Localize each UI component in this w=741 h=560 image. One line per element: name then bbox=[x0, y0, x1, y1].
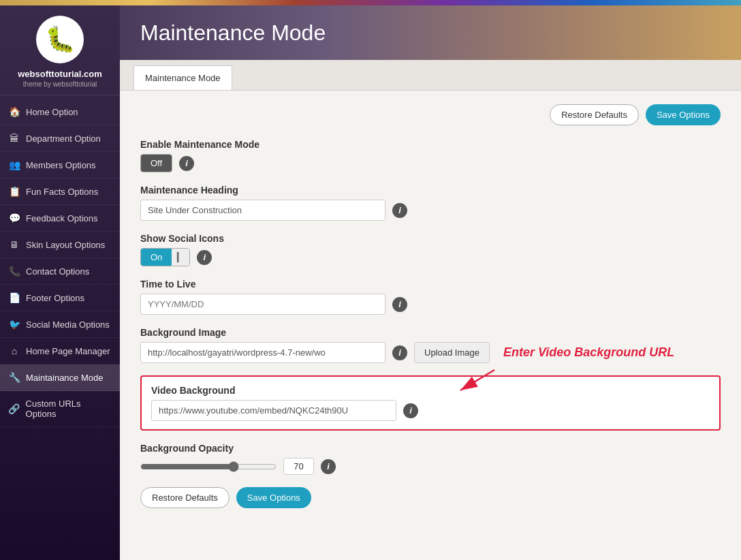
tab-maintenance-mode[interactable]: Maintenance Mode bbox=[133, 65, 232, 90]
maintenance-heading-input[interactable] bbox=[140, 200, 385, 221]
restore-defaults-button-top[interactable]: Restore Defaults bbox=[550, 104, 639, 125]
sidebar-logo-area: 🐛 websofttoturial.com theme by websoftto… bbox=[0, 5, 120, 95]
sidebar-icon-department-option: 🏛 bbox=[8, 133, 20, 144]
top-bar bbox=[0, 0, 741, 5]
background-image-row: i Upload Image Enter Video Background UR… bbox=[140, 342, 721, 363]
sidebar-label-feedback-options: Feedback Options bbox=[26, 213, 98, 223]
save-options-button-bottom[interactable]: Save Options bbox=[236, 487, 311, 508]
maintenance-heading-row: i bbox=[140, 200, 721, 221]
sidebar-icon-members-options: 👥 bbox=[8, 159, 20, 170]
sidebar-label-skin-layout-options: Skin Layout Options bbox=[26, 240, 105, 250]
time-to-live-label: Time to Live bbox=[140, 279, 721, 290]
maintenance-mode-toggle[interactable]: Off bbox=[140, 154, 172, 172]
enable-maintenance-mode-label: Enable Maintenance Mode bbox=[140, 139, 721, 150]
sidebar-icon-feedback-options: 💬 bbox=[8, 213, 20, 223]
sidebar-label-custom-urls-options: Custom URLs Options bbox=[26, 399, 112, 419]
main-content: Maintenance Mode Maintenance Mode Restor… bbox=[120, 5, 741, 560]
sidebar-label-home-option: Home Option bbox=[26, 107, 78, 117]
show-social-icons-section: Show Social Icons On ▎ i bbox=[140, 233, 721, 266]
enable-maintenance-mode-section: Enable Maintenance Mode Off i bbox=[140, 139, 721, 172]
svg-line-1 bbox=[460, 370, 494, 390]
show-social-icons-label: Show Social Icons bbox=[140, 233, 721, 244]
maintenance-heading-info-icon[interactable]: i bbox=[392, 203, 407, 218]
annotation-label: Enter Video Background URL bbox=[503, 345, 674, 360]
sidebar-label-contact-options: Contact Options bbox=[26, 266, 89, 277]
sidebar-icon-footer-options: 📄 bbox=[8, 292, 20, 303]
background-opacity-section: Background Opacity 70 i bbox=[140, 443, 721, 475]
time-to-live-section: Time to Live i bbox=[140, 279, 721, 315]
restore-defaults-button-bottom[interactable]: Restore Defaults bbox=[140, 487, 230, 508]
video-background-info-icon[interactable]: i bbox=[403, 403, 418, 418]
toggle-slider[interactable]: ▎ bbox=[172, 249, 189, 266]
maintenance-heading-label: Maintenance Heading bbox=[140, 185, 721, 196]
tab-bar: Maintenance Mode bbox=[120, 60, 741, 91]
social-icons-info-icon[interactable]: i bbox=[197, 250, 212, 265]
annotation-arrow bbox=[447, 363, 501, 397]
background-opacity-label: Background Opacity bbox=[140, 443, 721, 454]
sidebar-nav: 🏠Home Option🏛Department Option👥Members O… bbox=[0, 95, 120, 560]
sidebar-icon-social-media-options: 🐦 bbox=[8, 319, 20, 330]
site-theme: theme by websofttoturial bbox=[23, 80, 97, 88]
video-background-label: Video Background bbox=[151, 385, 710, 396]
video-background-section: Video Background i bbox=[140, 375, 721, 431]
sidebar-item-home-option[interactable]: 🏠Home Option bbox=[0, 99, 120, 125]
time-to-live-info-icon[interactable]: i bbox=[392, 297, 407, 312]
background-image-label: Background Image bbox=[140, 327, 721, 338]
background-image-input[interactable] bbox=[140, 342, 385, 363]
enable-maintenance-mode-row: Off i bbox=[140, 154, 721, 172]
sidebar-item-fun-facts-options[interactable]: 📋Fun Facts Options bbox=[0, 178, 120, 205]
toggle-on-label[interactable]: On bbox=[141, 249, 172, 266]
sidebar-icon-contact-options: 📞 bbox=[8, 266, 20, 277]
background-opacity-slider[interactable] bbox=[140, 461, 277, 472]
sidebar-label-members-options: Members Options bbox=[26, 160, 96, 170]
sidebar-label-footer-options: Footer Options bbox=[26, 293, 84, 303]
sidebar-icon-custom-urls-options: 🔗 bbox=[8, 403, 20, 414]
sidebar: 🐛 websofttoturial.com theme by websoftto… bbox=[0, 5, 120, 560]
form-area: Restore Defaults Save Options Enable Mai… bbox=[120, 91, 741, 560]
maintenance-mode-info-icon[interactable]: i bbox=[179, 156, 194, 171]
time-to-live-input[interactable] bbox=[140, 294, 385, 315]
background-image-section: Background Image i Upload Image Enter Vi… bbox=[140, 327, 721, 363]
video-background-row: i bbox=[151, 400, 710, 421]
sidebar-icon-home-page-manager: ⌂ bbox=[8, 345, 20, 356]
background-opacity-info-icon[interactable]: i bbox=[321, 459, 336, 474]
sidebar-item-social-media-options[interactable]: 🐦Social Media Options bbox=[0, 311, 120, 338]
page-title: Maintenance Mode bbox=[140, 20, 326, 46]
sidebar-item-footer-options[interactable]: 📄Footer Options bbox=[0, 285, 120, 311]
sidebar-item-department-option[interactable]: 🏛Department Option bbox=[0, 125, 120, 152]
show-social-icons-row: On ▎ i bbox=[140, 248, 721, 266]
maintenance-heading-section: Maintenance Heading i bbox=[140, 185, 721, 221]
sidebar-icon-fun-facts-options: 📋 bbox=[8, 186, 20, 197]
sidebar-label-social-media-options: Social Media Options bbox=[26, 320, 110, 330]
sidebar-item-custom-urls-options[interactable]: 🔗Custom URLs Options bbox=[0, 391, 120, 427]
toggle-off-label[interactable]: Off bbox=[141, 155, 172, 172]
save-options-button-top[interactable]: Save Options bbox=[646, 104, 721, 125]
sidebar-item-contact-options[interactable]: 📞Contact Options bbox=[0, 258, 120, 285]
video-background-input[interactable] bbox=[151, 400, 396, 421]
sidebar-label-fun-facts-options: Fun Facts Options bbox=[26, 187, 98, 197]
sidebar-item-members-options[interactable]: 👥Members Options bbox=[0, 152, 120, 178]
sidebar-label-maintainance-mode: Maintainance Mode bbox=[26, 373, 103, 383]
main-header: Maintenance Mode bbox=[120, 5, 741, 60]
background-opacity-row: 70 i bbox=[140, 458, 721, 475]
background-opacity-value: 70 bbox=[283, 458, 314, 475]
sidebar-icon-home-option: 🏠 bbox=[8, 106, 20, 117]
upload-image-button[interactable]: Upload Image bbox=[414, 342, 490, 363]
top-actions: Restore Defaults Save Options bbox=[140, 104, 721, 125]
social-icons-toggle[interactable]: On ▎ bbox=[140, 248, 190, 266]
sidebar-item-feedback-options[interactable]: 💬Feedback Options bbox=[0, 205, 120, 232]
sidebar-item-skin-layout-options[interactable]: 🖥Skin Layout Options bbox=[0, 232, 120, 258]
sidebar-icon-skin-layout-options: 🖥 bbox=[8, 239, 20, 250]
sidebar-label-home-page-manager: Home Page Manager bbox=[26, 346, 110, 356]
time-to-live-row: i bbox=[140, 294, 721, 315]
sidebar-item-home-page-manager[interactable]: ⌂Home Page Manager bbox=[0, 338, 120, 364]
background-image-info-icon[interactable]: i bbox=[392, 345, 407, 360]
logo-circle: 🐛 bbox=[36, 16, 84, 63]
site-name: websofttoturial.com bbox=[18, 69, 102, 79]
bottom-actions: Restore Defaults Save Options bbox=[140, 487, 721, 515]
sidebar-icon-maintainance-mode: 🔧 bbox=[8, 372, 20, 383]
sidebar-label-department-option: Department Option bbox=[26, 134, 101, 144]
logo-bug-icon: 🐛 bbox=[45, 25, 76, 54]
sidebar-item-maintainance-mode[interactable]: 🔧Maintainance Mode bbox=[0, 364, 120, 391]
